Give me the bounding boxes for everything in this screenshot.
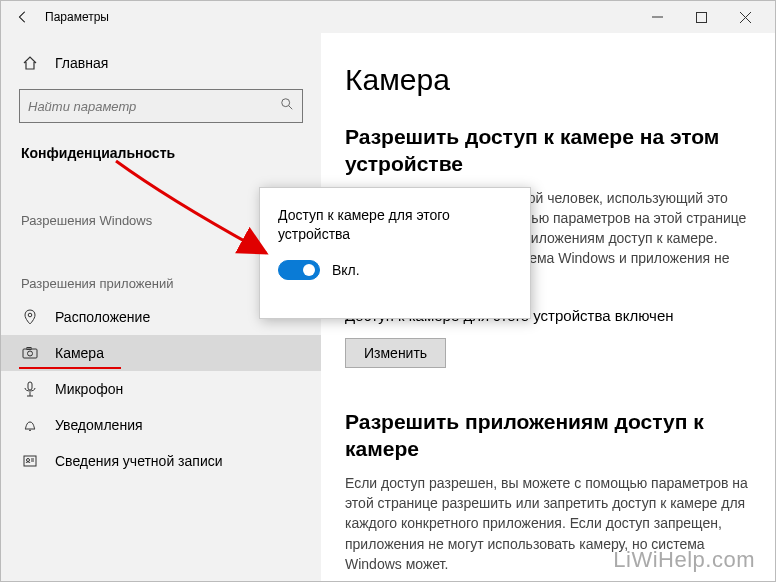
- svg-rect-1: [696, 12, 706, 22]
- settings-window: Параметры Главная Конфиденциальность Раз…: [0, 0, 776, 582]
- sidebar-item-label: Камера: [55, 345, 104, 361]
- sidebar-item-account[interactable]: Сведения учетной записи: [1, 443, 321, 479]
- device-camera-toggle[interactable]: [278, 260, 320, 280]
- sidebar-item-label: Микрофон: [55, 381, 123, 397]
- page-title: Камера: [345, 63, 751, 97]
- bell-icon: [21, 417, 39, 433]
- minimize-button[interactable]: [635, 3, 679, 31]
- camera-icon: [21, 345, 39, 361]
- svg-rect-10: [28, 382, 32, 390]
- svg-point-6: [28, 313, 32, 317]
- home-icon: [21, 55, 39, 71]
- svg-point-4: [282, 99, 290, 107]
- titlebar: Параметры: [1, 1, 775, 33]
- svg-line-5: [289, 106, 293, 110]
- section-heading: Разрешить доступ к камере на этом устрой…: [345, 123, 751, 178]
- popup-toggle-row: Вкл.: [278, 260, 512, 280]
- search-box[interactable]: [19, 89, 303, 123]
- popup-title: Доступ к камере для этого устройства: [278, 206, 512, 244]
- sidebar-item-home[interactable]: Главная: [1, 45, 321, 81]
- camera-access-popup: Доступ к камере для этого устройства Вкл…: [259, 187, 531, 319]
- microphone-icon: [21, 381, 39, 397]
- section-heading: Разрешить приложениям доступ к камере: [345, 408, 751, 463]
- annotation-underline: [19, 367, 121, 369]
- search-input[interactable]: [28, 99, 280, 114]
- close-button[interactable]: [723, 3, 767, 31]
- sidebar-item-microphone[interactable]: Микрофон: [1, 371, 321, 407]
- window-title: Параметры: [45, 10, 109, 24]
- svg-point-8: [28, 351, 33, 356]
- location-icon: [21, 309, 39, 325]
- sidebar-item-label: Главная: [55, 55, 108, 71]
- search-icon: [280, 97, 294, 115]
- maximize-button[interactable]: [679, 3, 723, 31]
- sidebar-item-notifications[interactable]: Уведомления: [1, 407, 321, 443]
- toggle-label: Вкл.: [332, 262, 360, 278]
- sidebar-section-title: Конфиденциальность: [1, 133, 321, 173]
- change-button[interactable]: Изменить: [345, 338, 446, 368]
- sidebar-item-label: Сведения учетной записи: [55, 453, 223, 469]
- back-button[interactable]: [9, 3, 37, 31]
- svg-point-12: [27, 459, 30, 462]
- watermark: LiWiHelp.com: [613, 547, 755, 573]
- sidebar-item-camera[interactable]: Камера: [1, 335, 321, 371]
- svg-rect-7: [23, 349, 37, 358]
- svg-rect-11: [24, 456, 36, 466]
- sidebar-item-label: Расположение: [55, 309, 150, 325]
- account-icon: [21, 453, 39, 469]
- sidebar-item-label: Уведомления: [55, 417, 143, 433]
